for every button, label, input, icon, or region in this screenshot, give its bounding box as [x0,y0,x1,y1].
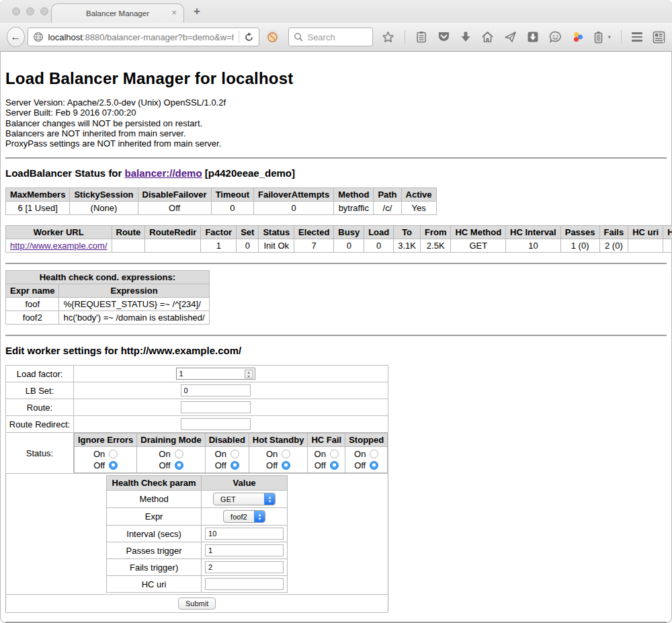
column-header: Status [259,226,294,239]
interval-input[interactable] [205,528,284,540]
navigation-toolbar: ← localhost:8880/balancer-manager?b=demo… [0,23,672,52]
edit-worker-heading: Edit worker settings for http://www.exam… [5,345,667,356]
load-factor-stepper: ▴▾ [176,368,255,380]
tab-close-icon[interactable]: × [171,8,177,17]
passes-label: Passes trigger [107,542,202,559]
status-table: Ignore Errors Draining Mode Disabled Hot… [74,433,388,473]
expr-select-value: foof2 [224,513,254,521]
minimize-window-button[interactable] [26,7,34,15]
column-header: FailoverAttempts [253,188,333,202]
column-header: Active [401,188,436,202]
menu-icon[interactable] [632,32,642,42]
url-bar[interactable]: localhost:8880/balancer-manager?b=demo&w… [28,28,260,46]
close-window-button[interactable] [12,7,20,15]
download-icon[interactable] [460,31,471,43]
radio-hc-fail-on[interactable] [330,450,339,458]
new-tab-button[interactable]: + [194,5,200,18]
hc-header-row: Health Check param Value [107,476,288,491]
column-header: Elected [294,226,334,239]
route-redirect-input[interactable] [181,418,251,430]
cell-elected: 7 [294,239,334,253]
bookmark-star-icon[interactable] [382,31,394,44]
reader-grid-icon[interactable] [653,31,665,44]
form-row-load-factor: Load factor: ▴▾ [6,366,388,382]
off-label: Off [93,460,105,470]
clipboard-icon[interactable] [415,31,427,43]
on-label: On [266,449,278,459]
radio-stopped-on[interactable] [370,450,378,458]
radio-hot-standby-off[interactable] [282,461,290,470]
radio-draining-mode-off[interactable] [175,461,183,470]
back-button[interactable]: ← [7,27,25,47]
battery-dropdown-caret-icon[interactable]: ▾ [607,34,611,40]
hc-row-fails: Fails trigger) [107,559,288,576]
column-header: HC Fail [308,433,345,447]
panel-download-icon[interactable] [527,31,539,43]
worker-url-link[interactable]: http://www.example.com/ [10,241,108,251]
method-select[interactable]: GET ▲▼ [213,493,276,505]
search-input[interactable] [307,32,368,42]
page-title: Load Balancer Manager for localhost [5,69,667,88]
column-header: Expression [59,284,209,298]
column-header: RouteRedir [145,226,201,239]
divider [5,335,667,336]
cell-path: /c/ [374,202,401,215]
blocked-content-button[interactable] [266,30,279,44]
radio-hc-fail-off[interactable] [330,461,339,470]
zoom-window-button[interactable] [40,7,48,15]
status-cell-ignore-errors: On Off [75,447,137,473]
radio-disabled-on[interactable] [230,450,239,458]
blocked-circle-icon [267,32,278,43]
cell-factor: 1 [201,239,237,253]
on-label: On [354,449,366,459]
radio-disabled-off[interactable] [230,461,239,470]
radio-ignore-errors-off[interactable] [109,461,118,470]
column-header: Health Check param [107,476,202,491]
number-stepper-icon[interactable]: ▴▾ [245,370,253,378]
cell-routeredir [145,239,201,253]
cell-maxmembers: 6 [1 Used] [6,202,70,215]
cell-hc-uri [628,239,663,253]
on-label: On [93,449,105,459]
send-plane-icon[interactable] [504,31,517,43]
lb-set-input[interactable] [181,384,251,397]
radio-ignore-errors-on[interactable] [109,450,118,458]
radio-stopped-off[interactable] [370,461,378,470]
battery-icon[interactable] [594,31,603,44]
tab-balancer-manager[interactable]: Balancer Manager × [51,3,184,23]
toolbar-separator [405,30,405,44]
tab-title: Balancer Manager [86,9,149,17]
passes-input[interactable] [205,544,284,556]
table-header-row: MaxMembers StickySession DisableFailover… [6,188,437,202]
column-header: Value [202,476,288,491]
column-header: Stopped [345,433,388,447]
search-bar[interactable] [288,28,373,46]
colored-dots-icon[interactable] [572,31,584,43]
route-input[interactable] [181,401,251,413]
cell-busy: 0 [334,239,364,253]
chat-smiley-icon[interactable] [549,31,562,43]
expr-select[interactable]: foof2 ▲▼ [223,510,265,523]
cell-fails: 2 (0) [599,239,628,253]
reload-icon[interactable] [244,32,254,42]
pocket-icon[interactable] [437,31,450,43]
fails-input[interactable] [205,561,284,573]
status-cell-draining-mode: On Off [137,447,205,473]
form-row-lb-set: LB Set: [6,382,388,399]
home-icon[interactable] [481,31,494,43]
load-factor-input[interactable] [176,368,255,380]
hc-params-table: Health Check param Value Method GET ▲▼ [106,475,288,593]
off-label: Off [159,460,170,470]
hc-uri-input[interactable] [205,578,284,590]
form-row-status: Status: Ignore Errors Draining Mode Disa… [6,433,388,474]
column-header: StickySession [70,188,138,202]
status-label: Status: [6,433,74,474]
route-redirect-label: Route Redirect: [6,416,74,433]
balancer-demo-link[interactable]: balancer://demo [125,167,202,179]
radio-hot-standby-on[interactable] [282,450,290,458]
cell-stickysession: (None) [70,202,138,215]
radio-draining-mode-on[interactable] [175,450,183,458]
cell-route [112,239,145,253]
submit-button[interactable]: Submit [178,597,216,610]
cell-expression: %{REQUEST_STATUS} =~ /^[234]/ [59,298,209,311]
